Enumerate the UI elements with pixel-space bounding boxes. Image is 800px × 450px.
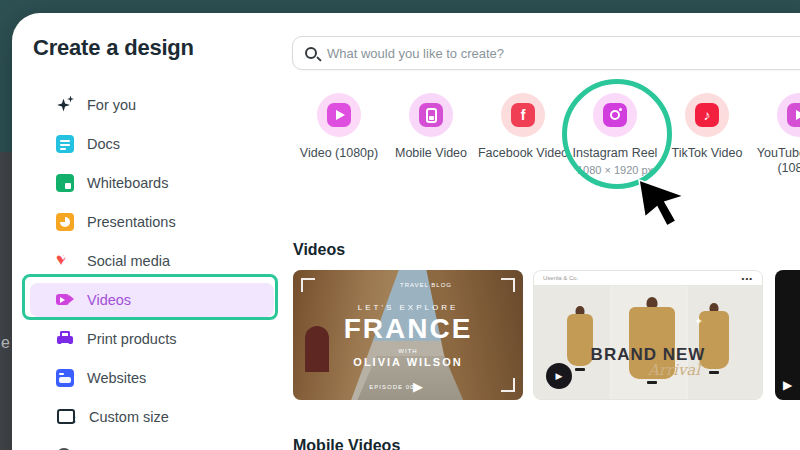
sidebar-item-whiteboards[interactable]: Whiteboards	[30, 163, 276, 202]
thumbnail-title: FRANCE	[293, 313, 523, 345]
page-title: Create a design	[33, 35, 194, 61]
play-icon	[327, 103, 351, 127]
sparkle-icon	[56, 96, 74, 114]
thumbnail-script-text: Arrival	[594, 361, 754, 379]
thumbnail-browser-bar: Usenla & Co. •••	[534, 271, 762, 286]
sidebar-item-label: Websites	[87, 370, 146, 386]
section-heading-mobile-videos: Mobile Videos	[293, 437, 400, 450]
sidebar-item-docs[interactable]: Docs	[30, 124, 276, 163]
sidebar-item-presentations[interactable]: Presentations	[30, 202, 276, 241]
sidebar-item-for-you[interactable]: For you	[30, 85, 276, 124]
sidebar-item-label: Whiteboards	[87, 175, 168, 191]
sidebar-item-videos[interactable]: Videos	[30, 283, 274, 317]
video-thumbnail-france[interactable]: TRAVEL BLOG LET'S EXPLORE FRANCE WITH OL…	[293, 270, 523, 400]
design-type-youtube-video[interactable]: YouTube Video (1080p)	[753, 93, 800, 176]
video-thumbnail-dark[interactable]: ▶	[775, 270, 800, 400]
thumbnail-subtitle: LET'S EXPLORE	[293, 303, 523, 312]
thumbnail-author: OLIVIA WILSON	[293, 356, 523, 368]
presentation-icon	[56, 213, 74, 231]
design-type-video-1080p[interactable]: Video (1080p)	[293, 93, 385, 176]
search-placeholder: What would you like to create?	[327, 46, 504, 61]
sidebar-item-label: Videos	[87, 292, 131, 308]
cursor-arrow-icon	[638, 179, 690, 231]
sidebar: For you Docs Whiteboards Presentations ♥…	[30, 85, 276, 450]
design-type-label: YouTube Video (1080p)	[753, 146, 800, 176]
design-type-label: Video (1080p)	[300, 146, 378, 161]
sidebar-item-partial[interactable]	[30, 436, 276, 450]
background-partial-text: e	[1, 334, 10, 352]
printer-icon	[56, 330, 74, 348]
design-type-label: Mobile Video	[395, 146, 467, 161]
design-type-dimensions: 1080 × 1920 px	[577, 164, 653, 176]
design-type-instagram-reel[interactable]: Instagram Reel 1080 × 1920 px	[569, 93, 661, 176]
sidebar-item-custom-size[interactable]: Custom size	[30, 397, 276, 436]
play-icon[interactable]: ▶	[303, 379, 523, 394]
section-heading-videos: Videos	[293, 241, 345, 259]
video-camera-icon	[56, 291, 74, 309]
sidebar-item-websites[interactable]: Websites	[30, 358, 276, 397]
design-type-row: Video (1080p) Mobile Video f Facebook Vi…	[293, 93, 800, 176]
design-type-facebook-video[interactable]: f Facebook Video	[477, 93, 569, 176]
screen: e Create a design What would you like to…	[0, 0, 800, 450]
sidebar-item-label: Print products	[87, 331, 176, 347]
sidebar-item-label: Social media	[87, 253, 170, 269]
background-page-strip: e	[0, 152, 12, 450]
heart-icon: ♥ ♥	[56, 252, 74, 270]
create-design-modal: Create a design What would you like to c…	[12, 13, 800, 450]
docs-icon	[56, 135, 74, 153]
sidebar-item-label: Presentations	[87, 214, 176, 230]
phone-icon	[419, 103, 443, 127]
search-icon	[305, 47, 317, 59]
music-note-icon: ♪	[695, 103, 719, 127]
play-button[interactable]: ▶	[546, 363, 572, 389]
video-thumbnail-fashion[interactable]: Usenla & Co. ••• ✦ BRAND NEW Arrival ▶	[533, 270, 763, 400]
custom-size-icon	[57, 409, 75, 424]
design-type-label: Facebook Video	[478, 146, 568, 161]
sidebar-item-label: Docs	[87, 136, 120, 152]
sidebar-item-print-products[interactable]: Print products	[30, 319, 276, 358]
design-type-mobile-video[interactable]: Mobile Video	[385, 93, 477, 176]
design-type-label: Instagram Reel	[573, 146, 658, 161]
sidebar-item-social-media[interactable]: ♥ ♥ Social media	[30, 241, 276, 280]
ellipsis-icon: •••	[742, 274, 753, 283]
sidebar-item-label: Custom size	[89, 409, 169, 425]
instagram-icon	[603, 103, 627, 127]
thumbnail-with: WITH	[293, 348, 523, 354]
play-icon	[787, 103, 800, 127]
sidebar-item-label: For you	[87, 97, 136, 113]
sparkle-icon: ✦	[694, 315, 703, 328]
thumbnail-brand: Usenla & Co.	[543, 275, 578, 281]
design-type-tiktok-video[interactable]: ♪ TikTok Video	[661, 93, 753, 176]
browser-icon	[56, 369, 74, 387]
play-icon: ▶	[783, 378, 792, 392]
whiteboard-icon	[56, 174, 74, 192]
search-input[interactable]: What would you like to create?	[292, 36, 800, 70]
facebook-icon: f	[511, 103, 535, 127]
design-type-label: TikTok Video	[672, 146, 743, 161]
thumbnail-tag: TRAVEL BLOG	[311, 282, 523, 288]
